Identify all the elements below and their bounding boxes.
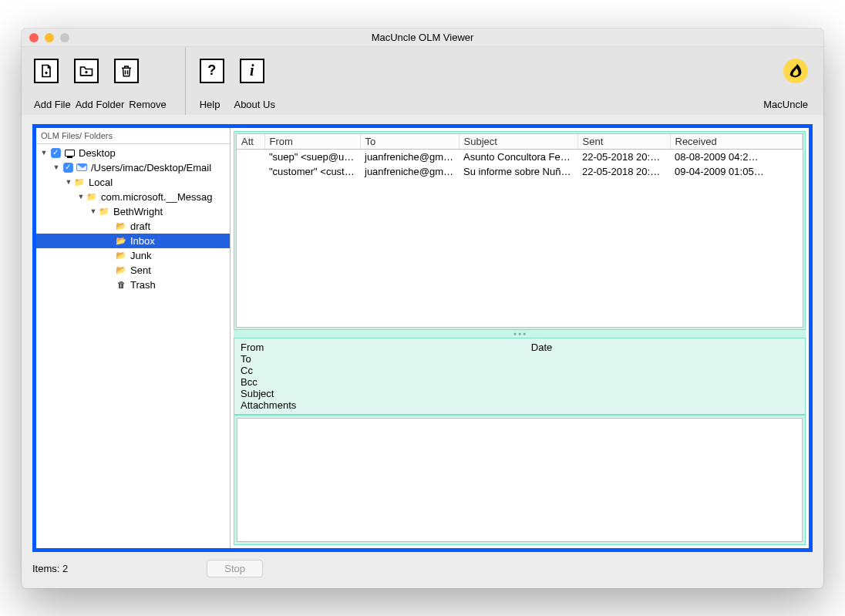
flame-leaf-icon: [787, 62, 804, 79]
add-folder-label[interactable]: Add Folder: [76, 99, 125, 110]
folder-icon: [73, 177, 86, 187]
minimize-window-button[interactable]: [45, 33, 54, 42]
col-to[interactable]: To: [360, 134, 459, 150]
add-folder-button[interactable]: [74, 59, 99, 83]
tree-label: Local: [89, 177, 113, 188]
col-subject[interactable]: Subject: [459, 134, 577, 150]
trash-icon: [120, 63, 133, 79]
toolbar-separator: [185, 47, 186, 115]
folder-tree[interactable]: ▼ Desktop ▼ /Users/imac/Desktop/Email ▼: [36, 144, 230, 548]
tree-node-desktop[interactable]: ▼ Desktop: [36, 146, 230, 160]
about-button[interactable]: i: [240, 59, 264, 83]
info-icon: i: [250, 62, 254, 79]
folder-icon: [86, 191, 98, 202]
brand-logo-icon: [783, 59, 808, 83]
file-plus-icon: [39, 63, 54, 79]
mail-table-header-row: Att From To Subject Sent Received: [237, 134, 803, 150]
disclosure-icon[interactable]: ▼: [64, 178, 73, 186]
cell-received: 09-04-2009 01:05…: [670, 164, 803, 179]
hdr-bcc: Bcc: [241, 376, 258, 388]
disclosure-icon[interactable]: ▼: [76, 193, 86, 200]
stop-button[interactable]: Stop: [207, 560, 263, 577]
message-body[interactable]: [237, 418, 803, 542]
window-controls: [29, 33, 69, 42]
sidebar-header: OLM Files/ Folders: [36, 128, 230, 144]
help-label[interactable]: Help: [200, 99, 221, 110]
tree-node-junk[interactable]: Junk: [36, 248, 230, 263]
checkbox[interactable]: [63, 163, 73, 173]
desktop-icon: [63, 147, 76, 158]
zoom-window-button[interactable]: [60, 33, 69, 42]
cell-sent: 22-05-2018 20:07…: [577, 149, 670, 164]
question-icon: ?: [207, 62, 216, 79]
tree-node-path[interactable]: ▼ /Users/imac/Desktop/Email: [36, 160, 230, 175]
tree-node-msgdir[interactable]: ▼ com.microsoft.__Messag: [36, 190, 230, 204]
items-label: Items:: [32, 563, 59, 574]
tree-node-inbox[interactable]: Inbox: [36, 234, 230, 248]
tree-label: Desktop: [79, 147, 116, 159]
add-file-button[interactable]: [34, 59, 59, 83]
titlebar: MacUncle OLM Viewer: [22, 29, 823, 47]
cell-to: juanfreniche@gmail…: [360, 164, 459, 179]
mail-list-panel: Att From To Subject Sent Received: [234, 131, 806, 330]
remove-button[interactable]: [114, 59, 139, 83]
checkbox[interactable]: [51, 148, 61, 158]
col-received[interactable]: Received: [670, 134, 803, 150]
cell-sent: 22-05-2018 20:07…: [577, 164, 670, 179]
hdr-subject: Subject: [241, 388, 274, 399]
mail-table[interactable]: Att From To Subject Sent Received: [237, 134, 803, 179]
tree-node-draft[interactable]: draft: [36, 219, 230, 234]
cell-received: 08-08-2009 04:2…: [670, 149, 803, 164]
tree-label: Inbox: [130, 235, 155, 247]
tree-label: Sent: [130, 264, 151, 276]
hdr-date: Date: [531, 342, 552, 353]
help-button[interactable]: ?: [200, 59, 224, 83]
remove-label[interactable]: Remove: [129, 99, 166, 110]
col-from[interactable]: From: [264, 134, 360, 150]
sidebar: OLM Files/ Folders ▼ Desktop ▼ /Users/im…: [36, 128, 231, 548]
disclosure-icon[interactable]: ▼: [52, 163, 61, 171]
hdr-cc: Cc: [241, 365, 253, 376]
right-pane: Att From To Subject Sent Received: [231, 128, 809, 548]
about-label[interactable]: About Us: [234, 99, 274, 110]
mail-icon: [76, 162, 88, 173]
tree-node-user[interactable]: ▼ BethWright: [36, 204, 230, 219]
hdr-to: To: [241, 353, 251, 365]
tree-node-trash[interactable]: Trash: [36, 278, 230, 292]
toolbar-group-help: ? i Help About Us: [200, 59, 280, 115]
disclosure-icon[interactable]: ▼: [39, 149, 49, 157]
col-att[interactable]: Att: [237, 134, 264, 150]
app-window: MacUncle OLM Viewer Add File Add Folder …: [22, 29, 823, 588]
tree-node-local[interactable]: ▼ Local: [36, 175, 230, 190]
disclosure-icon[interactable]: ▼: [89, 207, 98, 215]
tree-label: Junk: [130, 250, 151, 261]
brand-label[interactable]: MacUncle: [763, 99, 808, 115]
folder-icon: [115, 220, 127, 231]
splitter-handle[interactable]: ● ● ●: [234, 330, 806, 338]
close-window-button[interactable]: [29, 33, 39, 42]
tree-label: Trash: [130, 279, 156, 291]
toolbar: Add File Add Folder Remove ? i Help Abou…: [22, 47, 823, 115]
window-title: MacUncle OLM Viewer: [372, 32, 474, 43]
message-body-panel: [234, 415, 806, 545]
message-headers-panel: From To Cc Bcc Subject Attachments Date: [234, 338, 806, 415]
brand-area: MacUncle: [763, 59, 811, 115]
add-file-label[interactable]: Add File: [34, 99, 71, 110]
tree-label: com.microsoft.__Messag: [101, 191, 213, 203]
hdr-attach: Attachments: [241, 399, 296, 411]
cell-from: "customer" <custo…: [264, 164, 360, 179]
folder-icon: [115, 235, 127, 246]
mail-row[interactable]: "suep" <suep@unl… juanfreniche@gmail… As…: [237, 149, 803, 164]
col-sent[interactable]: Sent: [577, 134, 670, 150]
tree-label: BethWright: [113, 206, 163, 217]
cell-subject: Su informe sobre Nuñe…: [459, 164, 577, 179]
tree-node-sent[interactable]: Sent: [36, 263, 230, 278]
tree-label: draft: [130, 220, 150, 232]
cell-to: juanfreniche@gmail…: [360, 149, 459, 164]
cell-subject: Asunto Concultora Fenix: [459, 149, 577, 164]
folder-icon: [115, 250, 127, 261]
tree-label: /Users/imac/Desktop/Email: [91, 162, 211, 173]
mail-row[interactable]: "customer" <custo… juanfreniche@gmail… S…: [237, 164, 803, 179]
content-area: OLM Files/ Folders ▼ Desktop ▼ /Users/im…: [22, 115, 823, 552]
folder-icon: [98, 206, 110, 217]
